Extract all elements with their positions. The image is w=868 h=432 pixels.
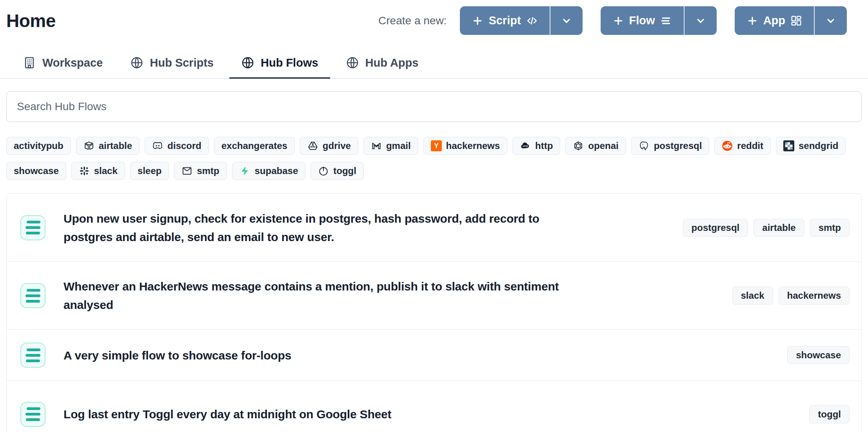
http-icon: HTTP [520,140,531,151]
flow-tags: showcase [787,346,850,364]
filter-smtp[interactable]: smtp [174,162,227,180]
flow-title: Whenever an HackerNews message contains … [64,277,559,314]
tab-workspace[interactable]: Workspace [11,48,114,79]
tab-hub-flows-label: Hub Flows [261,56,318,69]
flow-tag: slack [732,287,773,305]
script-split-button: Script [460,6,582,35]
openai-icon [573,140,584,151]
globe-icon [346,56,359,69]
flow-row[interactable]: Whenever an HackerNews message contains … [7,261,861,329]
flow-tags: postgresql airtable smtp [683,219,850,237]
hub-flows-list: Upon new user signup, check for existenc… [6,193,862,432]
new-app-dropdown-button[interactable] [815,6,847,35]
slack-icon [79,165,90,176]
smtp-icon [182,165,192,176]
flow-title: A very simple flow to showcase for-loops [64,346,291,365]
create-new-label: Create a new: [378,15,447,27]
filter-supabase[interactable]: supabase [232,162,306,180]
chevron-down-icon [561,15,572,27]
filter-openai[interactable]: openai [565,137,626,155]
new-script-button[interactable]: Script [460,6,550,35]
search-input[interactable] [6,91,862,122]
hackernews-icon: Y [431,140,442,151]
flow-row[interactable]: Log last entry Toggl every day at midnig… [7,381,861,432]
flow-tags: toggl [809,405,850,423]
flow-tags: slack hackernews [732,287,850,305]
svg-text:HTTP: HTTP [523,145,528,147]
filter-pills: activitypub airtable discord exchangerat… [6,137,862,180]
flow-tag: hackernews [779,287,850,305]
page-title: Home [6,10,56,31]
sendgrid-icon [783,140,794,151]
plus-icon [612,15,624,27]
create-new-area: Create a new: Script Flow [378,6,847,35]
filter-hackernews[interactable]: Yhackernews [423,137,507,155]
filter-gdrive[interactable]: gdrive [300,137,358,155]
tab-hub-flows[interactable]: Hub Flows [229,48,330,79]
new-flow-label: Flow [629,14,655,27]
filter-sendgrid[interactable]: sendgrid [776,137,846,155]
filter-discord[interactable]: discord [145,137,209,155]
building-icon [23,56,36,69]
new-script-dropdown-button[interactable] [550,6,583,35]
new-flow-dropdown-button[interactable] [685,6,717,35]
app-split-button: App [735,6,847,35]
flow-tag: smtp [810,219,850,237]
supabase-icon [240,165,251,176]
airtable-icon [84,140,94,151]
code-icon [526,15,538,27]
discord-icon [152,140,163,151]
bars-staggered-icon [660,15,672,27]
flow-title: Log last entry Toggl every day at midnig… [64,405,391,423]
tab-workspace-label: Workspace [42,56,103,69]
tab-hub-scripts[interactable]: Hub Scripts [118,48,225,79]
filter-toggl[interactable]: toggl [311,162,364,180]
filter-gmail[interactable]: gmail [363,137,418,155]
new-flow-button[interactable]: Flow [601,6,685,35]
toggl-icon [318,165,329,176]
filter-airtable[interactable]: airtable [76,137,140,155]
tab-hub-apps[interactable]: Hub Apps [334,48,430,79]
filter-postgresql[interactable]: postgresql [631,137,710,155]
search-section [6,91,862,122]
filter-http[interactable]: HTTPhttp [512,137,560,155]
new-script-label: Script [488,14,521,27]
svg-text:Y: Y [434,142,439,150]
flow-title: Upon new user signup, check for existenc… [64,209,559,246]
tab-hub-apps-label: Hub Apps [365,56,419,69]
chevron-down-icon [825,15,837,27]
new-app-button[interactable]: App [735,6,815,35]
flow-icon [20,402,45,427]
grid-icon [790,15,802,27]
filter-activitypub[interactable]: activitypub [6,137,71,155]
new-app-label: App [763,14,785,27]
postgresql-icon [639,140,650,151]
flow-tag: toggl [809,405,850,423]
reddit-icon [722,140,733,151]
flow-tag: showcase [787,346,850,364]
flow-split-button: Flow [601,6,717,35]
filter-showcase[interactable]: showcase [6,162,66,180]
flow-icon [20,283,45,308]
plus-icon [472,15,483,27]
gdrive-icon [307,140,318,151]
plus-icon [746,15,758,27]
main-tabs: Workspace Hub Scripts Hub Flows Hub Apps [0,48,868,79]
create-buttons: Script Flow [460,6,847,35]
filter-sleep[interactable]: sleep [130,162,169,180]
filter-exchangerates[interactable]: exchangerates [214,137,295,155]
flow-row[interactable]: Upon new user signup, check for existenc… [7,194,861,261]
flow-icon [20,343,45,368]
flow-row[interactable]: A very simple flow to showcase for-loops… [7,329,861,381]
flow-icon [20,215,45,240]
flow-tag: postgresql [683,219,748,237]
globe-icon [241,56,254,69]
flow-tag: airtable [754,219,804,237]
globe-icon [130,56,143,69]
tab-hub-scripts-label: Hub Scripts [150,56,214,69]
page-header: Home Create a new: Script Flow [0,0,868,36]
filter-slack[interactable]: slack [71,162,125,180]
chevron-down-icon [695,15,706,27]
filter-reddit[interactable]: reddit [714,137,771,155]
gmail-icon [371,140,382,151]
